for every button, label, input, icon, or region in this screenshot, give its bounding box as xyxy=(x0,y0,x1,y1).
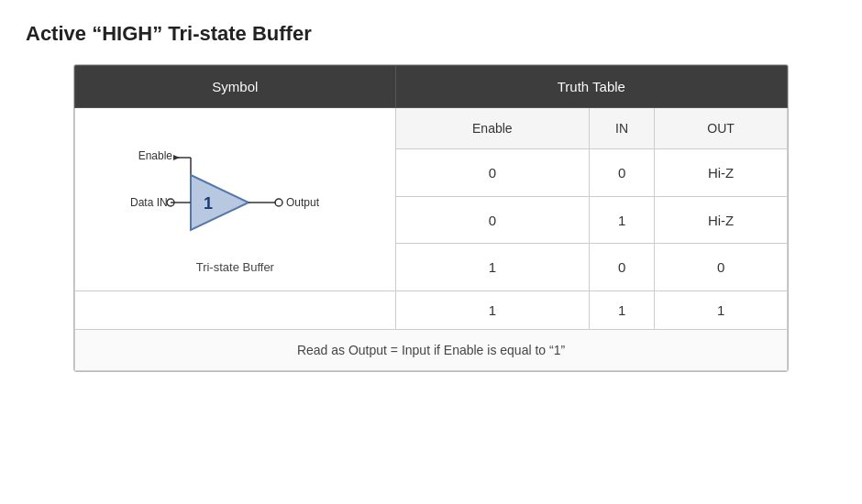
enable-subheader: Enable xyxy=(395,108,589,149)
row2-enable: 0 xyxy=(395,196,589,244)
symbol-empty xyxy=(75,291,396,330)
page-title: Active “HIGH” Tri-state Buffer xyxy=(26,22,836,46)
row3-out: 0 xyxy=(655,244,788,291)
tristate-buffer-svg: Enable 1 Data IN xyxy=(116,134,354,253)
output-circle xyxy=(275,199,282,206)
table-row: 1 1 1 xyxy=(75,291,788,330)
out-subheader: OUT xyxy=(655,108,788,149)
buffer-triangle xyxy=(191,175,249,230)
symbol-label: Tri-state Buffer xyxy=(196,260,274,274)
row4-in: 1 xyxy=(590,291,655,330)
row3-in: 0 xyxy=(590,244,655,291)
symbol-diagram: Enable 1 Data IN xyxy=(75,117,395,281)
buffer-number: 1 xyxy=(204,194,213,213)
enable-arrow xyxy=(173,155,180,160)
footer-text: Read as Output = Input if Enable is equa… xyxy=(75,330,788,371)
row3-enable: 1 xyxy=(395,244,589,291)
row2-in: 1 xyxy=(590,196,655,244)
symbol-cell: Enable 1 Data IN xyxy=(75,108,396,291)
row1-enable: 0 xyxy=(395,149,589,197)
datain-label: Data IN xyxy=(130,196,168,209)
enable-label: Enable xyxy=(138,149,173,162)
row1-out: Hi-Z xyxy=(655,149,788,197)
row4-enable: 1 xyxy=(395,291,589,330)
sub-header-row: Enable 1 Data IN xyxy=(75,108,788,149)
row2-out: Hi-Z xyxy=(655,196,788,244)
row1-in: 0 xyxy=(590,149,655,197)
in-subheader: IN xyxy=(590,108,655,149)
main-table-wrapper: Symbol Truth Table Enable xyxy=(73,64,789,372)
row4-out: 1 xyxy=(655,291,788,330)
truth-table-header: Truth Table xyxy=(395,66,787,108)
output-label: Output xyxy=(286,196,320,209)
symbol-header: Symbol xyxy=(75,66,396,108)
header-row: Symbol Truth Table xyxy=(75,66,788,108)
footer-row: Read as Output = Input if Enable is equa… xyxy=(75,330,788,371)
content-table: Symbol Truth Table Enable xyxy=(74,65,788,371)
